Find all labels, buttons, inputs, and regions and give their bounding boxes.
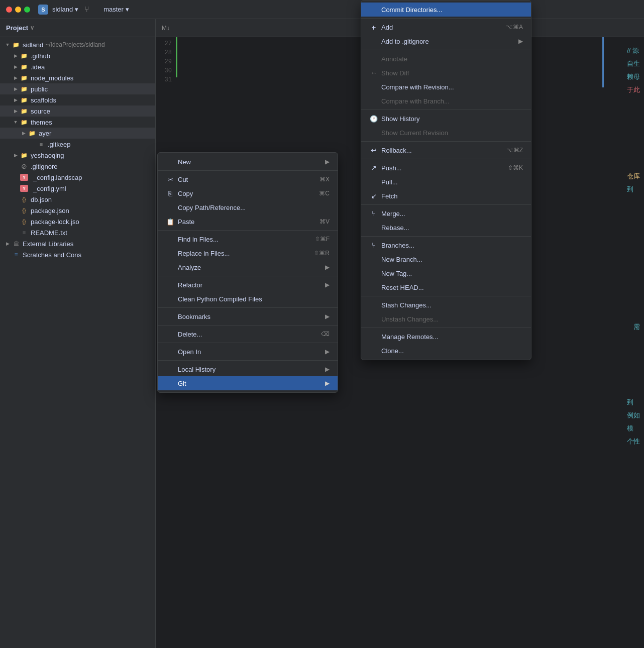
arrow-icon (12, 229, 19, 236)
menu-item-compare-revision[interactable]: Compare with Revision... (361, 80, 531, 94)
repo-selector[interactable]: sidland ▾ (52, 6, 78, 13)
tree-item-source[interactable]: ▶ 📁 source (0, 105, 155, 117)
menu-item-paste[interactable]: 📋 Paste ⌘V (158, 214, 338, 229)
submenu-arrow: ▶ (325, 348, 330, 355)
menu-item-manage-remotes[interactable]: Manage Remotes... (361, 330, 531, 344)
tree-item-ext-libs[interactable]: ▶ 🏛 External Libraries (0, 238, 155, 249)
menu-item-copy[interactable]: ⎘ Copy ⌘C (158, 186, 338, 200)
avatar: S (38, 5, 48, 15)
menu-item-git[interactable]: Git ▶ (158, 376, 338, 390)
arrow-icon: ▶ (12, 52, 19, 59)
menu-item-show-history[interactable]: 🕐 Show History (361, 112, 531, 126)
tree-item-scratches[interactable]: ≡ Scratches and Cons (0, 249, 155, 260)
menu-item-reset-head[interactable]: Reset HEAD... (361, 280, 531, 294)
menu-item-add[interactable]: + Add ⌥⌘A (361, 20, 531, 34)
tree-item-package-lock[interactable]: {} package-lock.jso (0, 216, 155, 227)
fetch-icon: ↙ (369, 192, 378, 200)
tree-item-yeshaoqing[interactable]: ▶ 📁 yeshaoqing (0, 150, 155, 161)
line-number: 31 (156, 75, 174, 84)
sidebar-dropdown-icon[interactable]: ∨ (30, 25, 34, 31)
menu-item-cut[interactable]: ✂ Cut ⌘X (158, 172, 338, 186)
menu-label: Reset HEAD... (381, 284, 523, 291)
green-gutter-bar (176, 37, 177, 77)
menu-item-find-in-files[interactable]: Find in Files... ⇧⌘F (158, 232, 338, 246)
menu-item-unstash-changes: Unstash Changes... (361, 312, 531, 326)
file-icon: ≡ (20, 229, 28, 237)
menu-item-push[interactable]: ↗ Push... ⇧⌘K (361, 161, 531, 175)
menu-separator (361, 236, 531, 237)
arrow-icon: ▶ (12, 107, 19, 115)
tree-item-idea[interactable]: ▶ 📁 .idea (0, 61, 155, 72)
menu-separator (361, 204, 531, 205)
menu-item-bookmarks[interactable]: Bookmarks ▶ (158, 309, 338, 323)
scroll-indicator (602, 37, 604, 87)
tree-item-config-yml[interactable]: Y _config.yml (0, 183, 155, 194)
arrow-icon (12, 207, 19, 214)
menu-label: Analyze (178, 264, 321, 271)
arrow-icon (4, 251, 11, 258)
menu-item-open-in[interactable]: Open In ▶ (158, 345, 338, 359)
tree-item-readme[interactable]: ≡ README.txt (0, 227, 155, 238)
menu-item-analyze[interactable]: Analyze ▶ (158, 260, 338, 274)
tree-item-gitignore[interactable]: ⊘ .gitignore (0, 161, 155, 172)
branch-selector[interactable]: master ▾ (103, 6, 129, 13)
menu-item-branches[interactable]: ⑂ Branches... (361, 238, 531, 252)
menu-item-pull[interactable]: Pull... (361, 175, 531, 189)
menu-item-add-to-gitignore[interactable]: Add to .gitignore ▶ (361, 34, 531, 48)
menu-label: Stash Changes... (381, 301, 523, 309)
menu-item-delete[interactable]: Delete... ⌫ (158, 327, 338, 341)
menu-item-annotate: Annotate (361, 52, 531, 66)
menu-label: Add (381, 24, 496, 31)
menu-item-local-history[interactable]: Local History ▶ (158, 362, 338, 376)
tree-item-package-json[interactable]: {} package.json (0, 205, 155, 216)
merge-icon: ⑂ (369, 209, 378, 218)
folder-icon: 📁 (20, 107, 28, 115)
tree-item-themes[interactable]: ▼ 📁 themes (0, 117, 155, 128)
tree-item-db-json[interactable]: {} db.json (0, 194, 155, 205)
menu-item-new-tag[interactable]: New Tag... (361, 266, 531, 280)
menu-item-clone[interactable]: Clone... (361, 344, 531, 358)
arrow-icon: ▶ (4, 240, 11, 247)
item-name: source (31, 107, 50, 115)
menu-item-fetch[interactable]: ↙ Fetch (361, 189, 531, 203)
menu-item-rollback[interactable]: ↩ Rollback... ⌥⌘Z (361, 143, 531, 157)
menu-separator (158, 325, 338, 326)
close-button[interactable] (6, 7, 12, 13)
menu-item-merge[interactable]: ⑂ Merge... (361, 206, 531, 221)
item-name: sidland (23, 41, 43, 49)
tree-item-scaffolds[interactable]: ▶ 📁 scaffolds (0, 94, 155, 105)
traffic-lights (6, 7, 30, 13)
menu-label: Fetch (381, 192, 523, 200)
menu-item-rebase[interactable]: Rebase... (361, 221, 531, 235)
menu-separator (158, 360, 338, 361)
folder-icon: 📁 (20, 63, 28, 71)
ext-lib-icon: 🏛 (12, 240, 20, 248)
tree-item-github[interactable]: ▶ 📁 .github (0, 50, 155, 61)
menu-item-new-branch[interactable]: New Branch... (361, 252, 531, 266)
menu-item-show-current-revision: Show Current Revision (361, 126, 531, 140)
tree-item-config-landscape[interactable]: Y _config.landscap (0, 172, 155, 183)
menu-label: Local History (178, 366, 321, 373)
menu-label: Find in Files... (178, 236, 305, 243)
menu-item-refactor[interactable]: Refactor ▶ (158, 278, 338, 292)
maximize-button[interactable] (24, 7, 30, 13)
folder-icon: 📁 (28, 129, 36, 137)
menu-item-stash-changes[interactable]: Stash Changes... (361, 298, 531, 312)
chinese-line: 自生 (627, 57, 640, 70)
menu-label: Commit Directories... (381, 6, 523, 14)
tree-item-ayer[interactable]: ▶ 📁 ayer (0, 128, 155, 139)
chinese-text-overlay-2: 仓库 到 (627, 170, 640, 196)
menu-item-clean-python[interactable]: Clean Python Compiled Files (158, 292, 338, 306)
menu-item-replace-in-files[interactable]: Replace in Files... ⇧⌘R (158, 246, 338, 260)
menu-item-new[interactable]: New ▶ (158, 155, 338, 169)
tree-item-gitkeep[interactable]: ≡ .gitkeep (0, 139, 155, 150)
tree-item-node-modules[interactable]: ▶ 📁 node_modules (0, 72, 155, 83)
minimize-button[interactable] (15, 7, 21, 13)
tree-item-public[interactable]: ▶ 📁 public (0, 83, 155, 94)
menu-item-commit-dirs[interactable]: Commit Directories... (361, 3, 531, 17)
menu-separator (361, 141, 531, 142)
menu-item-copy-path[interactable]: Copy Path/Reference... (158, 200, 338, 214)
tree-item-sidland[interactable]: ▼ 📁 sidland ~/IdeaProjects/sidland (0, 39, 155, 50)
submenu-arrow: ▶ (325, 158, 330, 165)
item-name: package.json (31, 207, 69, 214)
